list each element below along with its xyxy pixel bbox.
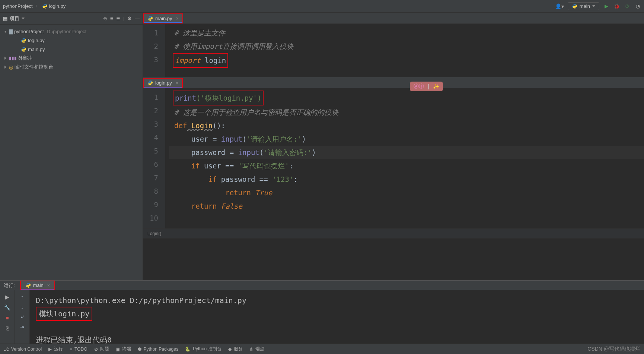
tree-file[interactable]: main.py <box>0 45 143 54</box>
project-panel-title[interactable]: ▤ 项目 <box>3 15 25 22</box>
tree-file[interactable]: login.py <box>0 36 143 45</box>
run-panel-tools-1: ▶ 🔧 ■ ⎘ <box>0 290 15 350</box>
close-icon[interactable]: × <box>176 16 179 21</box>
hide-icon[interactable]: — <box>135 16 140 21</box>
console-line: 模块login.py <box>36 307 92 321</box>
project-tree: ▾ ▇ pythonProject D:\p\pythonProject log… <box>0 25 143 74</box>
endpoints-icon: ⋔ <box>249 347 253 352</box>
project-icon: ▤ <box>3 16 7 21</box>
tree-scratches[interactable]: ◎ 临时文件和控制台 <box>0 63 143 72</box>
run-panel: 运行: main × ▶ 🔧 ■ ⎘ ↑ ↓ ⤶ ⇥ D:\python\pyt… <box>0 280 644 344</box>
stop-icon[interactable]: ■ <box>6 315 9 321</box>
exit-icon[interactable]: ⎘ <box>6 325 9 331</box>
python-file-icon <box>147 16 153 21</box>
bb-terminal[interactable]: ▣终端 <box>116 346 131 352</box>
branch-icon: ⎇ <box>4 347 9 352</box>
python-file-icon <box>147 80 153 86</box>
terminal-icon: ▣ <box>116 347 120 352</box>
bb-python-console[interactable]: 🐍Python 控制台 <box>185 346 221 352</box>
collapse-all-icon[interactable]: ≣ <box>116 16 120 21</box>
run-panel-header: 运行: main × <box>0 281 644 290</box>
problems-icon: ⊘ <box>94 347 98 352</box>
python-file-icon <box>21 38 26 43</box>
run-icon: ▶ <box>48 347 52 352</box>
main-layout: ▤ 项目 ⊕ ≡ ≣ | ⚙ — ▾ ▇ pythonProject D:\p\… <box>0 13 644 280</box>
bb-endpoints[interactable]: ⋔端点 <box>249 346 264 352</box>
todo-icon: ≡ <box>70 347 72 352</box>
run-panel-tools-2: ↑ ↓ ⤶ ⇥ <box>15 290 30 350</box>
editor-breadcrumb[interactable]: Login() <box>143 228 644 238</box>
console-line: D:\python\python.exe D:/p/pythonProject/… <box>36 294 638 307</box>
add-user-icon[interactable]: 👤▾ <box>555 3 564 9</box>
run-config-selector[interactable]: main <box>568 2 599 10</box>
project-panel-header: ▤ 项目 ⊕ ≡ ≣ | ⚙ — <box>0 13 143 25</box>
python-file-icon <box>25 282 31 288</box>
project-panel: ▤ 项目 ⊕ ≡ ≣ | ⚙ — ▾ ▇ pythonProject D:\p\… <box>0 13 143 280</box>
python-file-icon <box>572 3 577 9</box>
scroll-icon[interactable]: ⇥ <box>20 324 24 330</box>
packages-icon: ⬢ <box>138 347 141 352</box>
python-file-icon <box>42 3 48 9</box>
breadcrumb-project[interactable]: pythonProject <box>3 3 33 9</box>
editor-main: main.py × 1 2 3 # 这里是主文件 # 使用import直接调用调… <box>143 13 644 77</box>
expand-all-icon[interactable]: ≡ <box>110 16 113 21</box>
close-icon[interactable]: × <box>176 80 178 86</box>
debug-icon[interactable]: 🐞 <box>613 3 620 9</box>
up-arrow-icon[interactable]: ↑ <box>21 294 23 300</box>
bb-python-packages[interactable]: ⬢Python Packages <box>138 347 178 352</box>
editor-area: main.py × 1 2 3 # 这里是主文件 # 使用import直接调用调… <box>143 13 644 280</box>
folder-icon: ▇ <box>9 29 13 34</box>
close-icon[interactable]: × <box>47 283 50 288</box>
gear-icon[interactable]: ⚙ <box>127 16 132 21</box>
bb-problems[interactable]: ⊘问题 <box>94 346 109 352</box>
tab-login-py[interactable]: login.py × <box>143 78 183 88</box>
watermark: CSDN @写代码也摆烂 <box>587 346 640 353</box>
run-icon[interactable]: ▶ <box>5 294 9 300</box>
breadcrumb-file[interactable]: login.py <box>42 3 66 9</box>
topbar: pythonProject 〉 login.py 👤▾ main ▶ 🐞 ⟳ ◔ <box>0 0 644 13</box>
locate-icon[interactable]: ⊕ <box>103 16 107 21</box>
coverage-run-icon[interactable]: ⟳ <box>624 3 631 9</box>
breadcrumb-sep: 〉 <box>34 3 41 10</box>
bb-run[interactable]: ▶运行 <box>48 346 63 352</box>
run-label: 运行: <box>4 282 15 289</box>
lib-icon: ▮▮▮ <box>9 56 17 61</box>
scratches-icon: ◎ <box>9 64 13 70</box>
code-main[interactable]: 1 2 3 # 这里是主文件 # 使用import直接调用调用登入模块 impo… <box>143 24 644 77</box>
pyconsole-icon: 🐍 <box>185 347 191 352</box>
bottom-bar: ⎇Version Control ▶运行 ≡TODO ⊘问题 ▣终端 ⬢Pyth… <box>0 344 644 354</box>
run-icon[interactable]: ▶ <box>603 3 610 9</box>
code-login[interactable]: 1 2 3 4 5 6 7 8 9 10 print('模块login.py')… <box>143 88 644 228</box>
tab-main-py[interactable]: main.py × <box>143 13 183 23</box>
dropdown-icon <box>22 18 25 19</box>
bb-vcs[interactable]: ⎇Version Control <box>4 347 42 352</box>
divider: | <box>123 16 124 21</box>
softwrap-icon[interactable]: ⤶ <box>20 314 24 320</box>
wrench-icon[interactable]: 🔧 <box>4 304 10 310</box>
chevron-right-icon[interactable] <box>3 65 7 69</box>
chevron-right-icon[interactable] <box>3 56 7 60</box>
python-file-icon <box>21 47 26 52</box>
down-arrow-icon[interactable]: ↓ <box>21 304 23 310</box>
run-tab-main[interactable]: main × <box>20 281 55 290</box>
tree-path: D:\p\pythonProject <box>47 29 87 34</box>
editor-login: login.py × ⒶⒾ | ✨ 1 2 3 4 5 6 7 8 <box>143 77 644 238</box>
tree-root[interactable]: ▾ ▇ pythonProject D:\p\pythonProject <box>0 27 143 36</box>
bb-todo[interactable]: ≡TODO <box>70 347 87 352</box>
services-icon: ◆ <box>228 347 232 352</box>
chevron-down-icon[interactable]: ▾ <box>3 29 7 34</box>
bb-services[interactable]: ◆服务 <box>228 346 243 352</box>
breadcrumb: pythonProject 〉 login.py <box>3 3 66 10</box>
topbar-right: 👤▾ main ▶ 🐞 ⟳ ◔ <box>555 2 641 10</box>
tree-external-libs[interactable]: ▮▮▮ 外部库 <box>0 54 143 63</box>
console-output[interactable]: D:\python\python.exe D:/p/pythonProject/… <box>30 290 644 350</box>
dropdown-icon <box>592 5 595 7</box>
profile-icon[interactable]: ◔ <box>634 3 641 9</box>
